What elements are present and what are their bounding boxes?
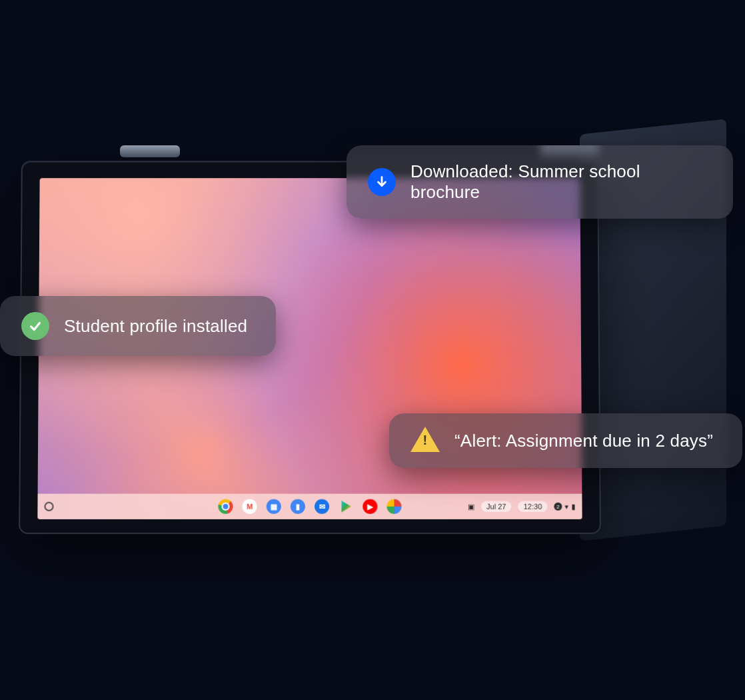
notification-alert-text: “Alert: Assignment due in 2 days” <box>454 431 713 451</box>
chrome-icon[interactable] <box>218 499 233 514</box>
messages-icon[interactable]: ✉ <box>315 499 329 514</box>
checkmark-icon <box>21 312 49 340</box>
date-pill[interactable]: Jul 27 <box>481 501 512 512</box>
gmail-icon[interactable]: M <box>243 499 257 514</box>
download-arrow-icon <box>368 168 396 196</box>
notification-count-badge[interactable]: 2 <box>554 503 562 511</box>
wifi-icon: ▾ <box>564 502 568 511</box>
play-icon[interactable] <box>339 499 353 514</box>
taskbar-apps: M ▦ ▮ ✉ ▶ <box>218 499 401 514</box>
notification-profile[interactable]: Student profile installed <box>0 296 276 356</box>
launcher-icon[interactable] <box>44 502 53 511</box>
notification-alert[interactable]: ! “Alert: Assignment due in 2 days” <box>389 413 742 468</box>
battery-icon: ▮ <box>571 502 575 511</box>
time-pill[interactable]: 12:30 <box>518 501 548 512</box>
files-icon[interactable]: ▮ <box>291 499 305 514</box>
notification-download-text: Downloaded: Summer school brochure <box>410 161 712 203</box>
taskbar: M ▦ ▮ ✉ ▶ ▣ Jul 27 12:30 2 ▾ ▮ <box>37 494 582 519</box>
calendar-icon[interactable]: ▦ <box>267 499 281 514</box>
notification-download[interactable]: Downloaded: Summer school brochure <box>347 145 733 219</box>
overview-icon[interactable]: ▣ <box>468 502 474 511</box>
youtube-icon[interactable]: ▶ <box>363 499 377 514</box>
notification-profile-text: Student profile installed <box>64 316 247 337</box>
warning-icon: ! <box>410 427 440 452</box>
status-tray[interactable]: ▣ Jul 27 12:30 2 ▾ ▮ <box>468 501 576 512</box>
photos-icon[interactable] <box>386 499 401 514</box>
hinge-left <box>120 145 180 157</box>
